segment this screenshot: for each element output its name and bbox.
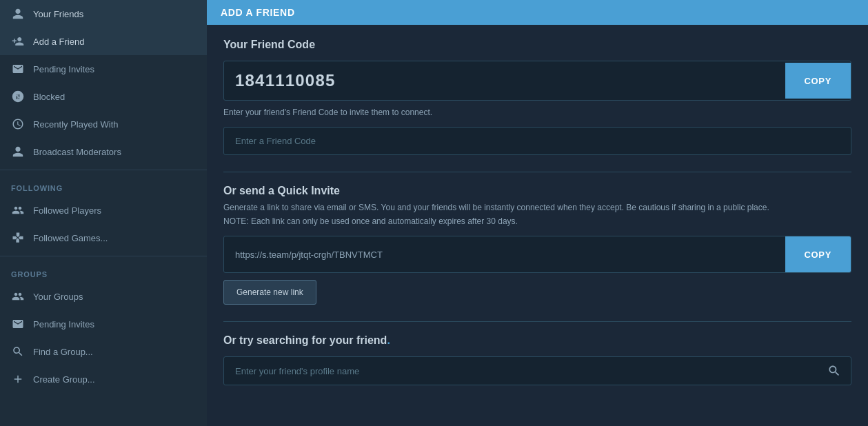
page-header: ADD A FRIEND <box>207 0 868 25</box>
sidebar-item-find-group[interactable]: Find a Group... <box>0 338 207 365</box>
sidebar-item-pending-invites[interactable]: Pending Invites <box>0 55 207 83</box>
search-button[interactable] <box>818 357 851 385</box>
sidebar-item-add-a-friend[interactable]: Add a Friend <box>0 28 207 55</box>
sidebar-section-following: FOLLOWING <box>0 174 207 196</box>
sidebar-item-label: Pending Invites <box>33 319 94 329</box>
sidebar-section-groups: GROUPS <box>0 261 207 283</box>
sidebar-item-recently-played[interactable]: Recently Played With <box>0 110 207 138</box>
copy-friend-code-button[interactable]: COPY <box>785 63 851 99</box>
gamepad-icon <box>11 231 25 245</box>
sidebar-item-label: Recently Played With <box>33 119 119 130</box>
page-title: ADD A FRIEND <box>221 7 854 18</box>
sidebar-item-label: Create Group... <box>33 374 95 385</box>
sidebar-item-label: Find a Group... <box>33 347 93 357</box>
quick-invite-note: NOTE: Each link can only be used once an… <box>223 216 851 226</box>
search-title-text: Or try searching for your friend <box>223 334 387 346</box>
friend-code-box: 1841110085 COPY <box>223 61 851 101</box>
envelope-groups-icon <box>11 317 25 331</box>
person-icon <box>11 7 25 21</box>
copy-invite-link-button[interactable]: COPY <box>785 236 851 272</box>
search-title-dot: . <box>387 334 390 346</box>
follow-icon <box>11 203 25 217</box>
sidebar-item-blocked[interactable]: Blocked <box>0 83 207 110</box>
sidebar-divider-2 <box>0 256 207 256</box>
sidebar-item-label: Followed Players <box>33 205 101 216</box>
plus-icon <box>11 372 25 386</box>
sidebar-divider-1 <box>0 170 207 170</box>
friend-code-section: Your Friend Code 1841110085 COPY Enter y… <box>223 39 851 169</box>
section-divider-2 <box>223 321 851 322</box>
group-icon <box>11 290 25 303</box>
friend-code-input[interactable] <box>223 127 851 155</box>
sidebar-item-label: Followed Games... <box>33 233 108 243</box>
search-box <box>223 356 851 385</box>
invite-link-box: https://s.team/p/jtqt-crgh/TBNVTMCT COPY <box>223 236 851 273</box>
sidebar-item-followed-games[interactable]: Followed Games... <box>0 224 207 252</box>
quick-invite-description: Generate a link to share via email or SM… <box>223 201 851 214</box>
main-content: ADD A FRIEND Your Friend Code 1841110085… <box>207 0 868 426</box>
generate-new-link-button[interactable]: Generate new link <box>223 280 316 305</box>
search-section: Or try searching for your friend. <box>223 334 851 385</box>
search-groups-icon <box>11 345 25 358</box>
sidebar-item-label: Add a Friend <box>33 37 84 47</box>
quick-invite-title: Or send a Quick Invite <box>223 185 851 197</box>
content-area: Your Friend Code 1841110085 COPY Enter y… <box>207 25 868 399</box>
invite-link-value: https://s.team/p/jtqt-crgh/TBNVTMCT <box>224 241 785 268</box>
block-icon <box>11 90 25 103</box>
sidebar-item-label: Blocked <box>33 92 65 102</box>
sidebar-item-your-groups[interactable]: Your Groups <box>0 283 207 310</box>
friend-code-hint: Enter your friend's Friend Code to invit… <box>223 108 851 117</box>
sidebar-item-label: Your Groups <box>33 292 83 302</box>
sidebar-item-broadcast-moderators[interactable]: Broadcast Moderators <box>0 138 207 165</box>
sidebar-item-groups-pending-invites[interactable]: Pending Invites <box>0 310 207 338</box>
search-title: Or try searching for your friend. <box>223 334 851 347</box>
broadcast-icon <box>11 145 25 159</box>
search-icon <box>827 364 841 378</box>
sidebar-item-label: Your Friends <box>33 9 83 19</box>
sidebar: Your Friends Add a Friend Pending Invite… <box>0 0 207 426</box>
friend-code-value: 1841110085 <box>224 61 785 100</box>
section-divider <box>223 172 851 172</box>
clock-icon <box>11 117 25 131</box>
quick-invite-section: Or send a Quick Invite Generate a link t… <box>223 185 851 318</box>
person-add-icon <box>11 34 25 48</box>
sidebar-item-create-group[interactable]: Create Group... <box>0 365 207 393</box>
envelope-icon <box>11 62 25 76</box>
sidebar-item-your-friends[interactable]: Your Friends <box>0 0 207 28</box>
sidebar-item-followed-players[interactable]: Followed Players <box>0 196 207 224</box>
search-friend-input[interactable] <box>224 358 818 385</box>
sidebar-item-label: Broadcast Moderators <box>33 147 121 157</box>
sidebar-item-label: Pending Invites <box>33 64 94 74</box>
friend-code-title: Your Friend Code <box>223 39 851 51</box>
